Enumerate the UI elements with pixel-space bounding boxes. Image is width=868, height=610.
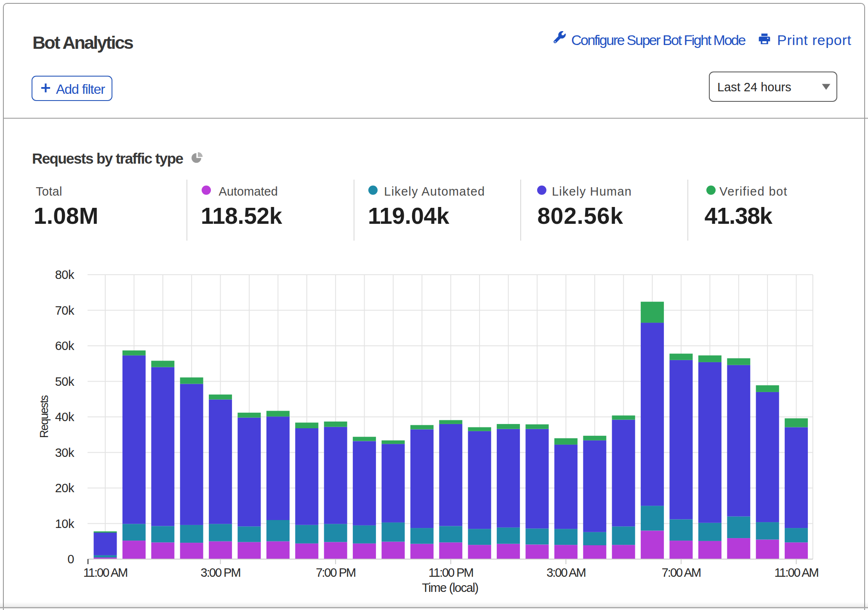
svg-text:11:00 AM: 11:00 AM [83,566,127,579]
svg-text:Requests: Requests [38,395,51,438]
svg-text:80k: 80k [55,268,75,281]
svg-text:11:00 AM: 11:00 AM [774,566,818,579]
svg-text:7:00 AM: 7:00 AM [662,566,700,579]
svg-text:70k: 70k [55,304,75,317]
svg-text:50k: 50k [55,375,75,388]
svg-text:20k: 20k [55,481,75,495]
svg-text:7:00 PM: 7:00 PM [316,566,355,579]
svg-text:3:00 PM: 3:00 PM [201,566,240,579]
svg-text:Time (local): Time (local) [422,581,478,594]
svg-text:10k: 10k [55,517,75,530]
svg-text:40k: 40k [55,410,75,424]
svg-text:30k: 30k [55,446,75,459]
svg-text:11:00 PM: 11:00 PM [429,566,473,579]
svg-text:3:00 AM: 3:00 AM [546,566,585,579]
svg-text:60k: 60k [55,339,75,353]
svg-text:0: 0 [67,552,74,566]
